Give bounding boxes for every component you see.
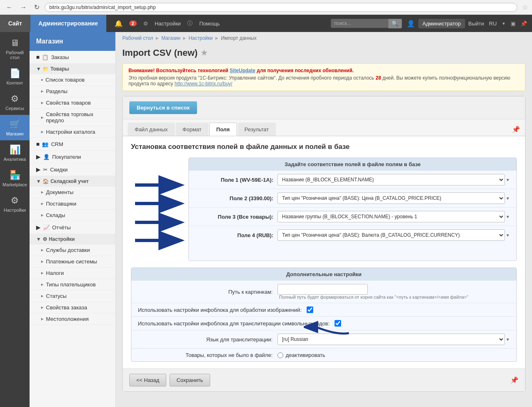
back-nav-button[interactable]: ← — [4, 3, 15, 12]
search-input[interactable] — [331, 19, 388, 28]
bullet-order-props: ▶ — [41, 306, 44, 309]
breadcrumb-shop[interactable]: Магазин — [161, 35, 180, 41]
tab-format[interactable]: Формат — [176, 123, 209, 136]
bullet-trade-props: ▶ — [41, 116, 44, 119]
field-row-3: Поле 3 (Все товары): Название группы (B_… — [189, 208, 516, 226]
nav-sub-props[interactable]: ▶ Свойства товаров — [30, 97, 115, 109]
add-field-label-translit-lang: Язык для транслитерации: — [138, 336, 277, 343]
user-menu-button[interactable]: Администратор — [418, 19, 465, 28]
sidebar-item-analytics[interactable]: 📊 Аналитика — [0, 140, 30, 166]
bullet-documents: ▶ — [41, 190, 44, 194]
path-to-images-input[interactable] — [277, 284, 368, 295]
add-field-label-not-in-file: Товары, которых не было в файле: — [138, 352, 277, 358]
bookmark-star-icon[interactable]: ☆ — [522, 3, 528, 11]
translit-lang-select[interactable]: [ru] Russian — [277, 334, 505, 345]
nav-sub-taxes[interactable]: ▶ Налоги — [30, 268, 115, 279]
nav-sub-goods-list[interactable]: ■ Список товаров — [30, 74, 115, 86]
analytics-icon: 📊 — [9, 144, 21, 155]
nav-sub-payment[interactable]: ▶ Платежные системы — [30, 256, 115, 268]
sidebar-item-content[interactable]: 📄 Контент — [0, 64, 30, 89]
prev-button[interactable]: << Назад — [129, 374, 166, 386]
nav-sub-warehouses[interactable]: ▶ Склады — [30, 210, 115, 221]
nav-item-discounts[interactable]: ▶ ✂ Скидки — [30, 163, 115, 176]
nav-sub-locations[interactable]: ▶ Местоположения — [30, 313, 115, 325]
nav-item-orders[interactable]: ■ 📋 Заказы — [30, 51, 115, 64]
nav-arrow-discounts: ▶ — [36, 166, 41, 173]
field-select-2[interactable]: Тип цен "Розничная цена" (BASE): Цена (B… — [277, 192, 505, 204]
nav-sub-suppliers[interactable]: ▶ Поставщики — [30, 198, 115, 210]
sidebar-item-shop[interactable]: 🛒 Магазин — [0, 115, 30, 140]
nav-item-reports[interactable]: ▶ 📈 Отчёты — [30, 221, 115, 234]
nav-section-goods[interactable]: ▼ 📁 Товары — [30, 64, 115, 74]
nav-icon-reports: 📈 — [43, 224, 50, 231]
not-in-file-radio[interactable] — [277, 352, 283, 358]
url-bar[interactable] — [45, 3, 517, 12]
nav-sub-order-props[interactable]: ▶ Свойства заказа — [30, 302, 115, 313]
bullet-payer-types: ▶ — [41, 283, 44, 286]
nav-sub-documents[interactable]: ▶ Документы — [30, 187, 115, 198]
sidebar-item-settings[interactable]: ⚙ Настройки — [0, 191, 30, 217]
warning-title: Внимание! Воспользуйтесь технологией Sit… — [128, 68, 519, 73]
refresh-nav-button[interactable]: ↻ — [32, 2, 41, 12]
nav-sub-trade-props[interactable]: ▶ Свойства торговых предло — [30, 109, 115, 126]
settings-icon: ⚙ — [143, 21, 148, 27]
nav-arrow-buyers: ▶ — [36, 153, 41, 160]
nav-sub-catalog-settings[interactable]: ▶ Настройки каталога — [30, 126, 115, 138]
notifications-badge: 2 — [129, 21, 137, 26]
admin-button[interactable]: Администрирование — [30, 15, 106, 32]
notification-icon[interactable]: 🔔 — [115, 20, 123, 27]
site-update-link[interactable]: SiteUpdate — [230, 68, 256, 73]
arrows-svg — [133, 174, 186, 264]
bullet-sections: ▶ — [41, 89, 44, 93]
tab-file-data[interactable]: Файл данных — [128, 123, 175, 136]
breadcrumb-settings[interactable]: Настройки — [188, 35, 213, 41]
field-select-1[interactable]: Название (B_IBLOCK_ELEMENT.NAME) — [277, 174, 505, 185]
breadcrumb-desktop[interactable]: Рабочий стол — [122, 35, 153, 41]
buy-link[interactable]: http://www.1c-bitrix.ru/buy/ — [174, 81, 232, 87]
bullet-props: ▶ — [41, 101, 44, 105]
back-to-list-button[interactable]: Вернуться в список — [129, 101, 197, 114]
search-button[interactable]: 🔍 — [388, 19, 402, 28]
nav-sub-sections[interactable]: ▶ Разделы — [30, 86, 115, 97]
nav-item-buyers[interactable]: ▶ 👤 Покупатели — [30, 151, 115, 163]
nav-section-warehouse[interactable]: ▼ 🏠 Складской учет — [30, 176, 115, 187]
tab-result[interactable]: Результат — [238, 123, 276, 136]
field-select-3[interactable]: Название группы (B_IBLOCK_SECTION.NAME) … — [277, 211, 505, 222]
save-button[interactable]: Сохранить — [170, 374, 210, 386]
pin-icon: 📌 — [521, 21, 527, 27]
bullet-payment: ▶ — [41, 260, 44, 263]
form-section-title: Установка соответствия полей в файле дан… — [131, 143, 517, 151]
nav-sub-payer-types[interactable]: ▶ Типы плательщиков — [30, 279, 115, 290]
favorite-star-icon[interactable]: ★ — [201, 48, 207, 57]
help-icon: ⓘ — [187, 20, 193, 27]
site-button[interactable]: Сайт — [0, 15, 30, 32]
sidebar-item-services[interactable]: ⚙ Сервисы — [0, 89, 30, 115]
nav-section-settings[interactable]: ▼ ⚙ Настройки — [30, 234, 115, 245]
help-link[interactable]: Помощь — [199, 21, 220, 27]
settings-nav-icon: ⚙ — [43, 236, 47, 242]
field-select-4[interactable]: Тип цен "Розничная цена" (BASE): Валюта … — [277, 229, 505, 241]
dropdown-arrow-lang: ▼ — [506, 337, 510, 342]
add-field-row-not-in-file: Товары, которых не было в файле: деактив… — [131, 349, 516, 361]
sidebar-item-marketplace[interactable]: 🏪 Marketplace — [0, 166, 30, 191]
settings-link[interactable]: Настройки — [155, 21, 181, 27]
field-row-4: Поле 4 (RUB): Тип цен "Розничная цена" (… — [189, 226, 516, 244]
logout-button[interactable]: Выйти — [468, 21, 484, 27]
tab-fields[interactable]: Поля — [209, 123, 237, 136]
forward-nav-button[interactable]: → — [18, 3, 29, 12]
nav-sub-delivery[interactable]: ▶ Службы доставки — [30, 245, 115, 256]
bullet-delivery: ▶ — [41, 248, 44, 252]
iblock-images-checkbox[interactable] — [307, 306, 313, 313]
days-count: 28 — [376, 75, 381, 81]
breadcrumb-sep1: ► — [155, 35, 160, 41]
chevron-down-warehouse-icon: ▼ — [36, 178, 41, 184]
nav-item-crm[interactable]: ■ 👥 CRM — [30, 138, 115, 151]
breadcrumb-current: Импорт данных — [221, 35, 257, 41]
language-selector[interactable]: RU — [487, 21, 498, 27]
sidebar-item-desktop[interactable]: 🖥 Рабочий стол — [0, 34, 30, 64]
main-content: Рабочий стол ► Магазин ► Настройки ► Имп… — [116, 32, 532, 407]
nav-sub-statuses[interactable]: ▶ Статусы — [30, 290, 115, 302]
bullet-statuses: ▶ — [41, 294, 44, 298]
nav-icon-discounts: ✂ — [43, 167, 48, 173]
sidebar-item-services-label: Сервисы — [5, 106, 24, 111]
